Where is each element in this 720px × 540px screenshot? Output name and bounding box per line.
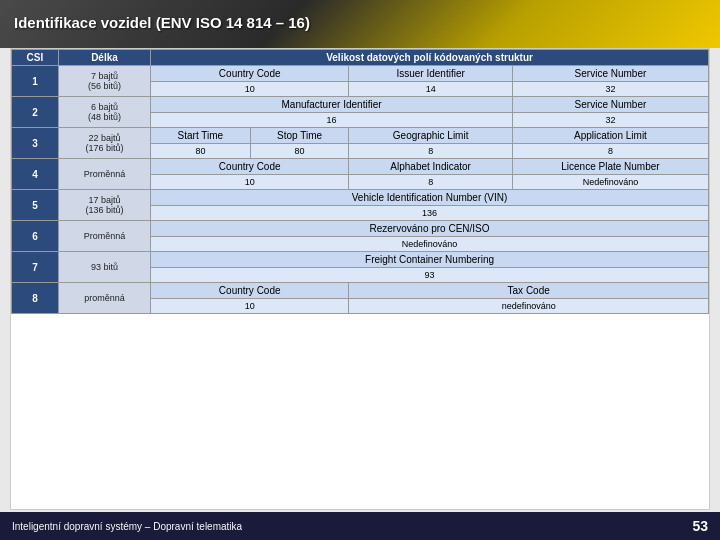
delka-cell: proměnná bbox=[58, 283, 150, 314]
csi-cell: 2 bbox=[12, 97, 59, 128]
data-cell: Geographic Limit bbox=[349, 128, 513, 144]
delka-cell: Proměnná bbox=[58, 159, 150, 190]
delka-cell: 93 bitů bbox=[58, 252, 150, 283]
data-cell: Vehicle Identification Number (VIN) bbox=[151, 190, 709, 206]
table-row: 5 17 bajtů(136 bitů) Vehicle Identificat… bbox=[12, 190, 709, 206]
csi-cell: 7 bbox=[12, 252, 59, 283]
data-cell: 8 bbox=[349, 175, 513, 190]
data-cell: Start Time bbox=[151, 128, 251, 144]
main-table: CSI Délka Velikost datových polí kódovan… bbox=[11, 49, 709, 314]
csi-cell: 6 bbox=[12, 221, 59, 252]
data-cell: 8 bbox=[512, 144, 708, 159]
delka-cell: 17 bajtů(136 bitů) bbox=[58, 190, 150, 221]
data-cell: Alphabet Indicator bbox=[349, 159, 513, 175]
data-cell: Nedefinováno bbox=[512, 175, 708, 190]
data-cell: Manufacturer Identifier bbox=[151, 97, 513, 113]
delka-cell: 6 bajtů(48 bitů) bbox=[58, 97, 150, 128]
data-cell: 32 bbox=[512, 113, 708, 128]
data-cell: Rezervováno pro CEN/ISO bbox=[151, 221, 709, 237]
table-row: 8 proměnná Country Code Tax Code bbox=[12, 283, 709, 299]
data-cell: Country Code bbox=[151, 66, 349, 82]
data-cell: Country Code bbox=[151, 159, 349, 175]
csi-cell: 5 bbox=[12, 190, 59, 221]
data-cell: Licence Plate Number bbox=[512, 159, 708, 175]
csi-cell: 4 bbox=[12, 159, 59, 190]
data-cell: 16 bbox=[151, 113, 513, 128]
data-cell: Application Limit bbox=[512, 128, 708, 144]
content-area: CSI Délka Velikost datových polí kódovan… bbox=[10, 48, 710, 510]
data-cell: 14 bbox=[349, 82, 513, 97]
data-cell: Nedefinováno bbox=[151, 237, 709, 252]
table-row: 6 Proměnná Rezervováno pro CEN/ISO bbox=[12, 221, 709, 237]
data-cell: 8 bbox=[349, 144, 513, 159]
data-cell: 136 bbox=[151, 206, 709, 221]
table-row: 1 7 bajtů(56 bitů) Country Code Issuer I… bbox=[12, 66, 709, 82]
delka-cell: 7 bajtů(56 bitů) bbox=[58, 66, 150, 97]
data-cell: 80 bbox=[250, 144, 349, 159]
data-cell: 10 bbox=[151, 175, 349, 190]
delka-cell: 22 bajtů(176 bitů) bbox=[58, 128, 150, 159]
delka-cell: Proměnná bbox=[58, 221, 150, 252]
data-cell: Service Number bbox=[512, 97, 708, 113]
table-row: 2 6 bajtů(48 bitů) Manufacturer Identifi… bbox=[12, 97, 709, 113]
data-cell: Tax Code bbox=[349, 283, 709, 299]
data-cell: 10 bbox=[151, 82, 349, 97]
page-title: Identifikace vozidel (ENV ISO 14 814 – 1… bbox=[14, 14, 310, 31]
csi-cell: 8 bbox=[12, 283, 59, 314]
data-cell: Freight Container Numbering bbox=[151, 252, 709, 268]
col-header-delka: Délka bbox=[58, 50, 150, 66]
data-cell: 32 bbox=[512, 82, 708, 97]
table-row: 3 22 bajtů(176 bitů) Start Time Stop Tim… bbox=[12, 128, 709, 144]
data-cell: Stop Time bbox=[250, 128, 349, 144]
footer-bar: Inteligentní dopravní systémy – Dopravní… bbox=[0, 512, 720, 540]
table-row: 4 Proměnná Country Code Alphabet Indicat… bbox=[12, 159, 709, 175]
col-header-velikost: Velikost datových polí kódovaných strukt… bbox=[151, 50, 709, 66]
csi-cell: 3 bbox=[12, 128, 59, 159]
data-cell: Service Number bbox=[512, 66, 708, 82]
csi-cell: 1 bbox=[12, 66, 59, 97]
data-cell: Issuer Identifier bbox=[349, 66, 513, 82]
data-cell: 93 bbox=[151, 268, 709, 283]
footer-text: Inteligentní dopravní systémy – Dopravní… bbox=[12, 521, 242, 532]
page-number: 53 bbox=[692, 518, 708, 534]
data-cell: nedefinováno bbox=[349, 299, 709, 314]
data-cell: Country Code bbox=[151, 283, 349, 299]
data-cell: 80 bbox=[151, 144, 251, 159]
table-row: 7 93 bitů Freight Container Numbering bbox=[12, 252, 709, 268]
col-header-csi: CSI bbox=[12, 50, 59, 66]
data-cell: 10 bbox=[151, 299, 349, 314]
